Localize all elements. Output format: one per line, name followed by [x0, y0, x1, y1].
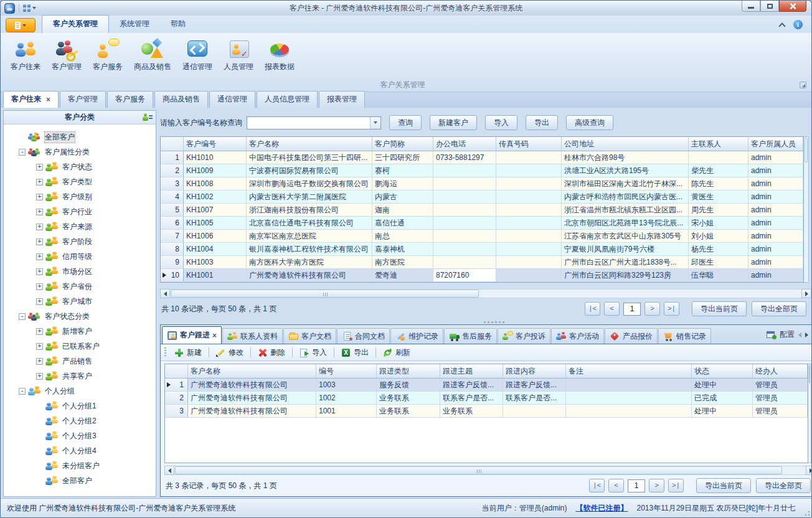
- col-header[interactable]: 跟进类型: [377, 364, 440, 378]
- doc-tab-personnel-info[interactable]: 人员信息管理: [257, 91, 318, 108]
- tab-contacts[interactable]: 联系人资料: [222, 328, 283, 344]
- last-page-button[interactable]: >|: [664, 302, 679, 316]
- tree-expander[interactable]: +: [36, 283, 43, 290]
- horizontal-scrollbar[interactable]: [164, 466, 812, 475]
- tab-customer-complaints[interactable]: 客户投诉: [498, 328, 550, 344]
- tree-item-customer-level[interactable]: +客户级别: [5, 189, 154, 204]
- import-button[interactable]: 导入: [485, 115, 517, 130]
- tab-customer-docs[interactable]: 客户文档: [283, 328, 336, 344]
- ribbon-button-goods-sales[interactable]: 商品及销售: [129, 36, 176, 74]
- dialog-launcher-icon[interactable]: [800, 82, 806, 88]
- app-menu-button[interactable]: [6, 18, 35, 32]
- tree-item-market-zone[interactable]: +市场分区: [5, 264, 154, 279]
- tree-expander[interactable]: [36, 448, 43, 454]
- table-row-selected[interactable]: 1广州爱奇迪软件科技有限公司1003服务反馈跟进客户反馈...跟进客户反馈...…: [165, 379, 808, 392]
- tree-item-customer-stage[interactable]: +客户阶段: [5, 234, 154, 249]
- tree-expander[interactable]: +: [36, 194, 43, 200]
- tree-expander[interactable]: -: [19, 388, 26, 395]
- ribbon-tab-system[interactable]: 系统管理: [109, 16, 160, 33]
- scrollbar-thumb[interactable]: [175, 466, 782, 474]
- col-header[interactable]: 客户简称: [372, 137, 433, 151]
- table-row[interactable]: 8KH1004银川嘉泰神机工程软件技术有限公司嘉泰神机宁夏银川凤凰南街79号六楼…: [161, 243, 803, 256]
- info-icon[interactable]: i: [793, 20, 803, 29]
- resize-grip[interactable]: [803, 509, 810, 516]
- col-header[interactable]: 备注: [566, 364, 692, 378]
- tab-scroll-right-icon[interactable]: [805, 332, 808, 337]
- tree-expander[interactable]: -: [19, 313, 26, 320]
- scroll-left-button[interactable]: [164, 466, 174, 475]
- tree-expander[interactable]: [36, 418, 43, 425]
- table-row[interactable]: 2KH1009宁波赛柯国际贸易有限公司赛柯洪塘工业A区洪大路195号柴先生adm…: [161, 164, 803, 177]
- tab-customer-activities[interactable]: 客户活动: [551, 328, 604, 344]
- col-header[interactable]: 客户所属人员: [748, 137, 803, 151]
- tree-expander[interactable]: [36, 478, 43, 484]
- doc-tab-communication[interactable]: 通信管理: [209, 91, 255, 108]
- close-tab-icon[interactable]: ×: [46, 97, 50, 103]
- tree-item-attribute-category[interactable]: -客户属性分类: [5, 144, 154, 159]
- tree-expander[interactable]: -: [19, 149, 26, 156]
- col-header[interactable]: 客户编号: [184, 137, 247, 151]
- next-page-button[interactable]: >: [649, 479, 664, 492]
- export-current-page-button[interactable]: 导出当前页: [692, 301, 747, 316]
- tab-product-quotes[interactable]: 产品报价: [605, 328, 658, 344]
- scroll-right-button[interactable]: [806, 466, 812, 475]
- first-page-button[interactable]: |<: [589, 479, 605, 492]
- tree-expander[interactable]: +: [36, 373, 43, 380]
- close-tab-icon[interactable]: ×: [212, 332, 217, 339]
- ribbon-button-report-data[interactable]: 报表数据: [260, 36, 300, 74]
- tree-expander[interactable]: +: [36, 238, 43, 245]
- doc-tab-goods-sales[interactable]: 商品及销售: [154, 91, 208, 108]
- vertical-scrollbar[interactable]: [808, 364, 811, 463]
- tree-item-customer-type[interactable]: +客户类型: [5, 174, 154, 189]
- tree-item-customer-status[interactable]: +客户状态: [5, 159, 154, 174]
- page-number-input[interactable]: 1: [628, 479, 645, 492]
- prev-page-button[interactable]: <: [604, 302, 620, 316]
- ribbon-tab-crm[interactable]: 客户关系管理: [42, 15, 109, 33]
- table-row[interactable]: 7KH1006南京军区南京总医院南总江苏省南京市玄武区中山东路305号刘小姐ad…: [161, 230, 803, 243]
- col-header[interactable]: 客户名称: [247, 137, 372, 151]
- tree-expander[interactable]: +: [36, 209, 43, 215]
- table-row-selected[interactable]: 10KH1001广州爱奇迪软件科技有限公司爱奇迪87207160广州市白云区同和…: [161, 269, 803, 282]
- license-status-link[interactable]: 【软件已注册】: [575, 503, 628, 514]
- scrollbar-thumb[interactable]: [809, 365, 810, 384]
- tree-item-personal-groups[interactable]: -个人分组: [5, 384, 154, 398]
- col-header[interactable]: 公司地址: [562, 137, 689, 151]
- tree-item-group1[interactable]: 个人分组1: [5, 398, 154, 413]
- advanced-query-button[interactable]: 高级查询: [566, 115, 613, 130]
- tree-item-all-in-groups[interactable]: 全部客户: [5, 473, 154, 488]
- edit-record-button[interactable]: 修改: [214, 346, 246, 359]
- tree-expander[interactable]: +: [36, 164, 43, 171]
- page-number-input[interactable]: 1: [623, 303, 641, 316]
- table-row[interactable]: 3广州爱奇迪软件科技有限公司1001业务联系业务联系处理中管理员: [165, 405, 808, 418]
- tab-scroll-left-icon[interactable]: [798, 332, 801, 337]
- configure-tabs-button[interactable]: 配置: [767, 329, 795, 340]
- doc-tab-customer-service[interactable]: 客户服务: [107, 91, 153, 108]
- col-header[interactable]: 客户名称: [188, 364, 316, 378]
- export-records-button[interactable]: 导出: [339, 346, 371, 359]
- tree-item-credit-rating[interactable]: +信用等级: [5, 249, 154, 264]
- new-customer-button[interactable]: 新建客户: [430, 115, 477, 130]
- prev-page-button[interactable]: <: [608, 479, 624, 492]
- tree-item-customer-source[interactable]: +客户来源: [5, 219, 154, 234]
- tree-expander[interactable]: +: [36, 224, 43, 230]
- table-row[interactable]: 3KH1008深圳市鹏海运电子数据交换有限公司鹏海运深圳市福田区深南大道北竹子林…: [161, 177, 803, 191]
- last-page-button[interactable]: >|: [668, 479, 684, 492]
- col-header[interactable]: 编号: [316, 364, 377, 378]
- ribbon-tab-help[interactable]: 帮助: [160, 16, 196, 33]
- tree-item-contacted-customers[interactable]: +已联系客户: [5, 339, 154, 354]
- search-input[interactable]: [247, 117, 370, 129]
- tree-item-customer-city[interactable]: +客户城市: [5, 294, 154, 309]
- table-row[interactable]: 2广州爱奇迪软件科技有限公司1002业务联系联系客户是否...联系客户是否...…: [165, 392, 808, 405]
- tree-item-customer-province[interactable]: +客户省份: [5, 279, 154, 294]
- phone-edit-cell[interactable]: 87207160: [433, 269, 496, 281]
- ribbon-button-personnel[interactable]: 人员管理: [219, 36, 258, 74]
- query-button[interactable]: 查询: [389, 115, 422, 130]
- tab-aftersales-service[interactable]: 售后服务: [444, 328, 497, 344]
- horizontal-scrollbar[interactable]: [160, 289, 811, 298]
- tree-expander[interactable]: +: [36, 328, 43, 335]
- table-row[interactable]: 1KH1010中国电子科技集团公司第三十四研...三十四研究所0733-5881…: [161, 151, 803, 164]
- tree-item-group2[interactable]: 个人分组2: [5, 413, 154, 428]
- col-header[interactable]: 经办人: [753, 364, 808, 378]
- tree-expander[interactable]: [19, 134, 26, 141]
- delete-record-button[interactable]: 删除: [255, 346, 288, 359]
